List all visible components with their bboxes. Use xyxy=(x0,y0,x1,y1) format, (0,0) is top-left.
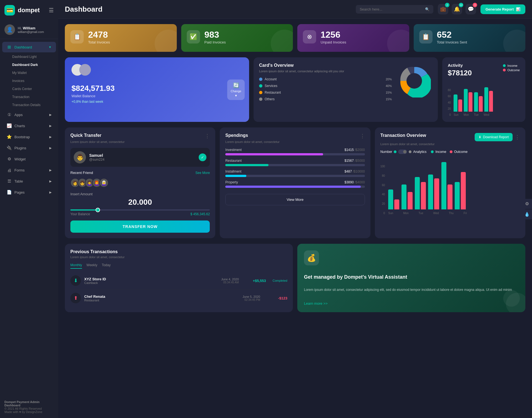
activity-y-axis: 806040200 xyxy=(448,89,452,116)
tab-today[interactable]: Today xyxy=(102,263,111,269)
sidebar-item-dashboard-light[interactable]: Dashboard Light xyxy=(8,53,58,61)
settings-gear-button[interactable]: ⚙ xyxy=(522,199,532,209)
spending-row-property: Property $3890 /$4000 xyxy=(225,180,365,188)
outcome-dot xyxy=(503,69,506,71)
search-input[interactable] xyxy=(360,7,423,11)
overview-title: Card's Overview xyxy=(259,63,392,68)
sidebar-item-dashboard-dark[interactable]: Dashboard Dark xyxy=(8,61,58,69)
quick-transfer-menu[interactable]: ⋮ xyxy=(205,133,210,139)
tx-bar-thu xyxy=(441,162,452,209)
generate-report-button[interactable]: Generate Report 📊 xyxy=(480,4,525,14)
main-content: Dashboard 🔍 💼 2 🔔 12 💬 3 Generate Report… xyxy=(58,0,532,418)
sidebar-item-widget[interactable]: ⚙ Widget xyxy=(2,154,56,164)
tx-bar-fri-income xyxy=(455,182,460,209)
spending-amount-property: $3890 xyxy=(344,180,354,184)
tx-status-1: Completed xyxy=(273,279,287,282)
outcome-label: Outcome xyxy=(507,68,520,72)
sidebar-item-invoices[interactable]: Invoices xyxy=(8,77,58,85)
previous-transactions-card: Previous Transactions Lorem ipsum dolor … xyxy=(65,244,293,312)
tab-monthly[interactable]: Monthly xyxy=(70,263,82,269)
spending-row-installment: Installment $487 /$10000 xyxy=(225,170,365,177)
bar-sun-income xyxy=(454,94,457,112)
sidebar-item-bootstrap[interactable]: ⭐ Bootstrap ▶ xyxy=(2,132,56,142)
spending-row-investment: Investment $1415 /$2000 xyxy=(225,148,365,155)
tab-weekly[interactable]: Weekly xyxy=(86,263,97,269)
label-mon: Mon xyxy=(464,113,469,116)
tx-type-2: Restaurant xyxy=(84,299,105,302)
tx-date-2: June 5, 2020 02:34:45 PM xyxy=(242,295,260,301)
legend-others: Others 15% xyxy=(259,97,392,101)
sidebar-item-dashboard[interactable]: ⊞ Dashboard ▼ xyxy=(2,42,56,52)
sidebar-item-charts[interactable]: 📈 Charts ▶ xyxy=(2,120,56,131)
analytics-toggle-dot xyxy=(409,150,411,153)
header-icons: 💼 2 🔔 12 💬 3 xyxy=(438,4,476,14)
view-more-button[interactable]: View More xyxy=(225,194,365,205)
search-icon: 🔍 xyxy=(425,7,429,11)
pie-chart xyxy=(396,63,432,99)
va-desc: Lorem ipsum dolor sit amet, consectetur … xyxy=(304,287,519,293)
sidebar-item-apps[interactable]: ① Apps ▶ xyxy=(2,109,56,120)
amount-label: Insert Amount xyxy=(70,192,210,196)
va-learn-more-link[interactable]: Learn more >> xyxy=(304,301,519,306)
stat-bg-shape-2 xyxy=(271,30,293,52)
tx-amount-2: -$123 xyxy=(268,296,287,300)
sidebar-item-table[interactable]: ☰ Table ▶ xyxy=(2,176,56,186)
number-toggle[interactable] xyxy=(398,150,407,154)
transfer-now-button[interactable]: TRANSFER NOW xyxy=(70,220,210,233)
va-title: Get managed by Dompet's Virtual Assistan… xyxy=(304,274,519,280)
sidebar-item-transaction-details[interactable]: Transaction Details xyxy=(8,101,58,109)
legend-dot-services xyxy=(259,84,262,88)
sidebar-item-my-wallet[interactable]: My Wallet xyxy=(8,69,58,77)
tx-bar-fri-outcome xyxy=(461,172,466,209)
legend-services: Services 40% xyxy=(259,84,392,88)
see-more-link[interactable]: See More xyxy=(195,171,210,175)
legend-label-others: Others xyxy=(265,97,275,101)
recent-friends-label: Recent Friend xyxy=(70,171,93,175)
sidebar-item-transaction[interactable]: Transaction xyxy=(8,93,58,101)
tx-y-axis: 100806040200 xyxy=(380,165,387,215)
amount-slider[interactable] xyxy=(70,209,210,211)
bell-button[interactable]: 🔔 12 xyxy=(452,4,462,14)
legend-account: Account 20% xyxy=(259,77,392,81)
dashboard-sub-nav: Dashboard Light Dashboard Dark My Wallet… xyxy=(0,53,58,109)
stat-bg-shape-4 xyxy=(503,30,525,52)
bell-badge: 12 xyxy=(459,3,463,7)
sidebar-item-label-pages: Pages xyxy=(14,190,25,194)
tx-bar-wed xyxy=(428,175,439,209)
transfer-user-row: 👨 Samuel @sum224 ✓ xyxy=(70,148,210,167)
download-report-button[interactable]: ⬇ Download Report xyxy=(475,133,513,141)
bar-sun-outcome xyxy=(458,99,462,112)
sidebar-item-forms[interactable]: 🖨 Forms ▶ xyxy=(2,165,56,175)
quick-transfer-card: Quick Transfer ⋮ Lorem ipsum dolor sit a… xyxy=(65,127,215,238)
bar-group-mon xyxy=(464,89,472,112)
wallet-balance: $824,571.93 xyxy=(71,84,242,93)
briefcase-button[interactable]: 💼 2 xyxy=(438,4,448,14)
transaction-tabs: Monthly Weekly Today xyxy=(70,263,287,269)
message-button[interactable]: 💬 3 xyxy=(466,4,476,14)
hamburger-icon[interactable]: ☰ xyxy=(49,7,54,14)
paid-invoices-number: 983 xyxy=(204,30,226,39)
chevron-right-icon-bootstrap: ▶ xyxy=(49,135,52,139)
chevron-right-icon-table: ▶ xyxy=(49,179,52,183)
activity-title: Activity xyxy=(448,63,472,68)
stat-card-paid-invoices: ✅ 983 Paid Invoices xyxy=(181,24,293,52)
sidebar-item-pages[interactable]: 📄 Pages ▶ xyxy=(2,187,56,198)
quick-transfer-desc: Lorem ipsum dolor sit amet, consectetur xyxy=(70,140,210,143)
settings-water-button[interactable]: 💧 xyxy=(522,209,532,219)
sidebar-item-plugins[interactable]: 🔌 Plugins ▶ xyxy=(2,143,56,153)
outcome-legend-label: Outcome xyxy=(454,150,468,154)
activity-amount: $78120 xyxy=(448,69,472,77)
spendings-menu[interactable]: ⋮ xyxy=(360,133,365,139)
avatar: 👤 xyxy=(4,24,15,35)
sidebar-item-cards-center[interactable]: Cards Center xyxy=(8,85,58,93)
total-invoices-icon: 📋 xyxy=(70,30,84,43)
tx-bar-chart xyxy=(388,160,520,209)
spending-label-installment: Installment xyxy=(225,170,241,173)
tx-overview-menu[interactable]: ⋮ xyxy=(515,134,520,140)
change-label: Change xyxy=(231,89,241,93)
transaction-overview-card: Transaction Overview ⬇ Download Report ⋮… xyxy=(375,127,525,238)
change-button[interactable]: 🔄 Change ▼ xyxy=(227,80,245,100)
spending-row-restaurant: Restaurant $1567 /$5000 xyxy=(225,159,365,166)
tx-bar-thu-outcome xyxy=(447,184,452,209)
spendings-card: Spendings ⋮ Lorem ipsum dolor sit amet, … xyxy=(220,127,370,238)
